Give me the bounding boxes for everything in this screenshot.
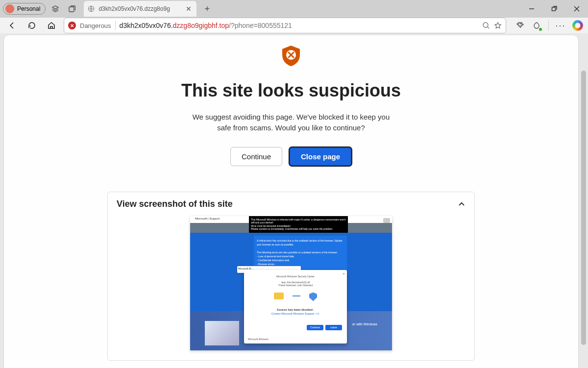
- page-content: This site looks suspicious We suggest av…: [4, 35, 578, 368]
- profile-label: Personal: [17, 5, 40, 12]
- copilot-icon[interactable]: [572, 20, 583, 31]
- home-button[interactable]: [44, 18, 59, 33]
- maximize-button[interactable]: [543, 0, 565, 18]
- new-tab-button[interactable]: +: [199, 4, 215, 14]
- favorites-icon[interactable]: [532, 21, 541, 30]
- tab-close-icon[interactable]: ✕: [185, 5, 193, 13]
- back-button[interactable]: [5, 18, 20, 33]
- site-screenshot: Microsoft | Support This Microsoft Windo…: [190, 216, 392, 350]
- close-window-button[interactable]: [565, 0, 588, 18]
- svg-line-7: [488, 27, 489, 28]
- separator: [548, 21, 549, 30]
- tabs-icon[interactable]: [65, 2, 79, 16]
- svg-rect-0: [69, 7, 74, 12]
- card-header[interactable]: View screenshot of this site: [117, 199, 466, 209]
- svg-point-6: [483, 23, 488, 27]
- screenshot-card: View screenshot of this site Microsoft |…: [107, 192, 475, 361]
- separator: [115, 21, 116, 30]
- card-title: View screenshot of this site: [117, 199, 233, 209]
- warning-heading: This site looks suspicious: [4, 80, 578, 101]
- more-icon[interactable]: ···: [556, 21, 565, 30]
- danger-icon: ✕: [68, 22, 76, 29]
- scrollbar-thumb[interactable]: [581, 71, 586, 345]
- extensions-icon[interactable]: [515, 21, 525, 30]
- tab-title: d3kh2x05vx0v76.dzzg8o9g: [98, 5, 181, 12]
- toolbar: ✕ Dangerous d3kh2x05vx0v76.dzzg8o9gigbhf…: [0, 18, 588, 33]
- url-text: d3kh2x05vx0v76.dzzg8o9gigbhf.top/?phone=…: [120, 22, 478, 29]
- address-bar[interactable]: ✕ Dangerous d3kh2x05vx0v76.dzzg8o9gigbhf…: [64, 18, 506, 33]
- minimize-button[interactable]: [520, 0, 543, 18]
- chevron-up-icon[interactable]: [458, 200, 466, 208]
- svg-rect-3: [552, 7, 556, 11]
- viewport: This site looks suspicious We suggest av…: [0, 33, 588, 368]
- globe-icon: [88, 5, 95, 12]
- refresh-button[interactable]: [24, 18, 39, 33]
- browser-tab[interactable]: d3kh2x05vx0v76.dzzg8o9g ✕: [84, 1, 196, 17]
- continue-button[interactable]: Continue: [230, 147, 282, 166]
- shield-warning-icon: [279, 44, 303, 68]
- close-page-button[interactable]: Close page: [289, 147, 352, 166]
- zoom-icon[interactable]: [482, 22, 490, 29]
- workspaces-icon[interactable]: [49, 2, 62, 16]
- danger-label: Dangerous: [80, 22, 111, 29]
- profile-chip[interactable]: Personal: [3, 3, 46, 15]
- titlebar: Personal d3kh2x05vx0v76.dzzg8o9g ✕ +: [0, 0, 588, 18]
- favorite-icon[interactable]: [494, 22, 502, 29]
- avatar: [5, 4, 14, 13]
- warning-subtext: We suggest avoiding this page. We've blo…: [188, 112, 394, 133]
- scrollbar[interactable]: [580, 36, 587, 368]
